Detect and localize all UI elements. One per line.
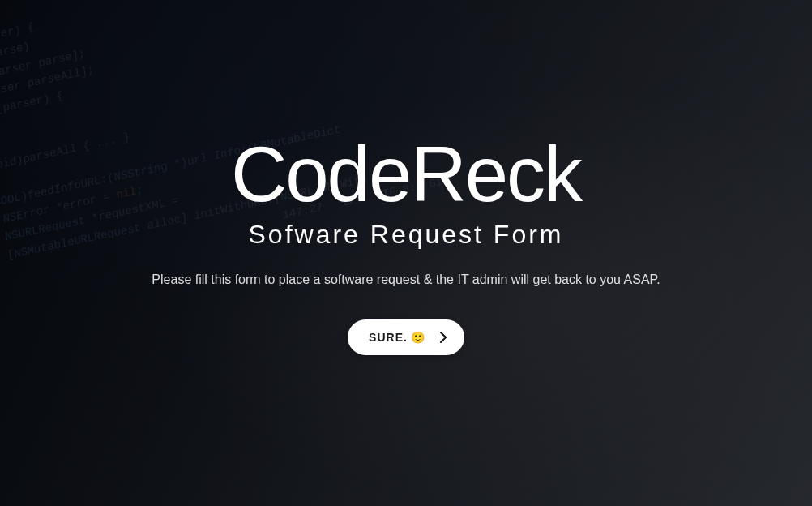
start-button[interactable]: SURE. 🙂 xyxy=(348,319,464,355)
page-subtitle: Sofware Request Form xyxy=(248,220,563,250)
smile-emoji-icon: 🙂 xyxy=(411,331,425,344)
page-description: Please fill this form to place a softwar… xyxy=(152,272,660,287)
chevron-right-icon xyxy=(440,332,447,343)
hero-content: CodeReck Sofware Request Form Please fil… xyxy=(0,0,812,506)
start-button-label: SURE. 🙂 xyxy=(369,331,425,344)
page-title: CodeReck xyxy=(231,135,581,213)
